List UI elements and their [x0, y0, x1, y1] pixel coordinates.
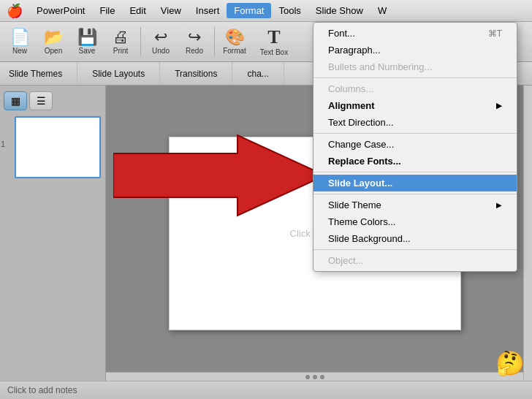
menu-font[interactable]: Font... ⌘T — [314, 25, 517, 42]
toolbar-separator-1 — [140, 27, 141, 56]
tool-undo-label: Undo — [152, 47, 170, 55]
slide-number-1: 1 — [1, 140, 5, 148]
scroll-dot-3 — [320, 375, 324, 379]
menu-insert[interactable]: Insert — [189, 3, 227, 18]
undo-icon: ↩ — [154, 29, 167, 45]
toolbar-separator-2 — [214, 27, 215, 56]
menu-section-2: Columns... Alignment Text Direction... — [314, 78, 517, 134]
menu-section-6: Object... — [314, 250, 517, 271]
format-icon: 🎨 — [225, 29, 245, 45]
menu-tools[interactable]: Tools — [271, 3, 308, 18]
tool-print-label: Print — [113, 47, 129, 55]
sidebar-grid-view[interactable]: ▦ — [4, 91, 27, 110]
tool-format-label: Format — [223, 47, 246, 55]
tab-transitions[interactable]: Transitions — [160, 62, 232, 85]
notes-placeholder: Click to add notes — [7, 385, 77, 395]
menu-bar: 🍎 PowerPoint File Edit View Insert Forma… — [0, 0, 532, 22]
tool-print[interactable]: 🖨 Print — [104, 24, 137, 59]
tool-new-label: New — [12, 47, 27, 55]
tool-save-label: Save — [79, 47, 96, 55]
sidebar-view-icons: ▦ ☰ — [4, 91, 102, 110]
menu-columns: Columns... — [314, 80, 517, 97]
menu-format[interactable]: Format — [227, 3, 271, 18]
tool-open[interactable]: 📂 Open — [37, 24, 69, 59]
scroll-dots — [305, 375, 324, 379]
menu-object: Object... — [314, 252, 517, 269]
open-icon: 📂 — [44, 29, 64, 45]
tool-textbox-label: Text Box — [260, 48, 288, 56]
menu-slide-layout[interactable]: Slide Layout... — [314, 175, 517, 191]
textbox-icon: T — [267, 28, 280, 47]
scroll-dot-2 — [313, 375, 317, 379]
tool-new[interactable]: 📄 New — [4, 24, 36, 59]
sidebar-list-view[interactable]: ☰ — [29, 91, 53, 110]
vertical-scrollbar[interactable] — [523, 86, 532, 381]
apple-menu[interactable]: 🍎 — [0, 3, 29, 19]
format-dropdown-menu: Font... ⌘T Paragraph... Bullets and Numb… — [313, 22, 517, 272]
slide-1-wrapper: 1 — [14, 116, 102, 178]
menu-view[interactable]: View — [153, 3, 189, 18]
tool-undo[interactable]: ↩ Undo — [145, 24, 177, 59]
horizontal-scrollbar[interactable] — [106, 372, 523, 381]
slide-thumbnail-1[interactable] — [15, 116, 101, 178]
sidebar: ▦ ☰ 1 — [0, 86, 106, 381]
menu-text-direction[interactable]: Text Direction... — [314, 114, 517, 131]
save-icon: 💾 — [77, 29, 97, 45]
tool-textbox[interactable]: T Text Box — [252, 24, 296, 59]
print-icon: 🖨 — [113, 29, 129, 45]
tool-format[interactable]: 🎨 Format — [218, 24, 251, 59]
menu-w[interactable]: W — [370, 3, 394, 18]
menu-paragraph[interactable]: Paragraph... — [314, 42, 517, 58]
tool-redo-label: Redo — [186, 47, 203, 55]
menu-slide-background[interactable]: Slide Background... — [314, 230, 517, 247]
notes-bar: Click to add notes — [0, 381, 532, 399]
menu-powerpoint[interactable]: PowerPoint — [29, 3, 92, 18]
menu-section-3: Change Case... Replace Fonts... — [314, 134, 517, 172]
menu-change-case[interactable]: Change Case... — [314, 136, 517, 153]
menu-bullets-numbering: Bullets and Numbering... — [314, 58, 517, 75]
menu-section-4: Slide Layout... — [314, 172, 517, 194]
tab-cha[interactable]: cha... — [232, 62, 284, 85]
tab-slide-themes[interactable]: Slide Themes — [0, 62, 77, 85]
tool-open-label: Open — [45, 47, 62, 55]
tool-save[interactable]: 💾 Save — [71, 24, 103, 59]
new-icon: 📄 — [10, 29, 30, 45]
menu-slide-theme[interactable]: Slide Theme — [314, 197, 517, 213]
menu-slideshow[interactable]: Slide Show — [308, 3, 370, 18]
menu-alignment[interactable]: Alignment — [314, 97, 517, 114]
menu-edit[interactable]: Edit — [122, 3, 153, 18]
redo-icon: ↪ — [188, 29, 201, 45]
menu-file[interactable]: File — [92, 3, 122, 18]
menu-section-5: Slide Theme Theme Colors... Slide Backgr… — [314, 194, 517, 250]
scroll-dot-1 — [305, 375, 310, 379]
emoji-hint: 🤔 — [495, 349, 525, 377]
tool-redo[interactable]: ↪ Redo — [178, 24, 210, 59]
menu-section-1: Font... ⌘T Paragraph... Bullets and Numb… — [314, 23, 517, 78]
tab-slide-layouts[interactable]: Slide Layouts — [77, 62, 160, 85]
menu-theme-colors[interactable]: Theme Colors... — [314, 213, 517, 230]
menu-replace-fonts[interactable]: Replace Fonts... — [314, 153, 517, 170]
